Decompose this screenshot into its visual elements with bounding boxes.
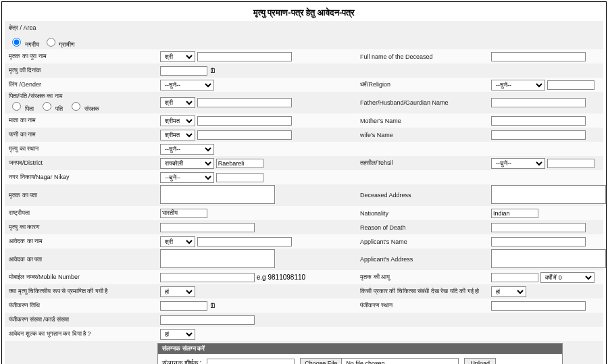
death-date-label: मृत्यु की दिनांक xyxy=(5,67,157,74)
reason-en-label: Reason of Death xyxy=(356,224,488,231)
nikay-label: नगर निकाय/Nagar Nikay xyxy=(5,174,157,181)
guardian-name-en-input[interactable] xyxy=(491,98,586,107)
deceased-addr-en-input[interactable] xyxy=(491,185,606,204)
tehsil-select[interactable]: --चुनें-- xyxy=(491,158,545,169)
medical-care-label: किसी प्रकार की चिकित्सा संबंधी देख रेख य… xyxy=(356,288,488,295)
mobile-label: मोबाईल नम्बर/Mobile Number xyxy=(5,274,157,281)
applicant-prefix-select[interactable]: श्री xyxy=(160,236,195,247)
guardian-radio[interactable]: संरक्षक xyxy=(68,105,99,112)
reason-input[interactable] xyxy=(160,223,255,232)
age-unit-select[interactable]: वर्षों में 0 xyxy=(540,272,594,283)
reason-label: मृत्यु का कारण xyxy=(5,224,157,231)
reg-place-label: पंजीकरण स्थान xyxy=(356,302,488,309)
death-date-input[interactable] xyxy=(160,66,207,76)
fee-paid-select[interactable]: हां xyxy=(160,329,195,340)
medically-certified-label: क्या मृत्यु चिकित्सीय रूप से प्रमाणित की… xyxy=(5,288,157,295)
applicant-name-input[interactable] xyxy=(197,237,292,246)
guardian-en-label: Father/Husband/Gaurdian Name xyxy=(356,99,488,106)
nationality-en-label: Nationality xyxy=(356,210,488,217)
wife-name-en-input[interactable] xyxy=(491,130,586,140)
applicant-name-en-input[interactable] xyxy=(491,237,586,246)
religion-label: धर्म/Religion xyxy=(356,81,488,88)
attachment-title-input[interactable] xyxy=(207,359,295,364)
reg-number-input[interactable] xyxy=(160,315,255,325)
nikay-select[interactable]: --चुनें-- xyxy=(160,172,214,183)
reg-place-input[interactable] xyxy=(491,301,586,311)
guardian-name-input[interactable] xyxy=(197,98,292,107)
applicant-name-label: आवेदक का नाम xyxy=(5,238,157,245)
nikay-en-input[interactable] xyxy=(216,173,263,182)
mother-name-input[interactable] xyxy=(197,116,292,126)
nationality-input[interactable] xyxy=(160,209,207,218)
reg-number-label: पंजीकरण संख्या /कार्ड संख्या xyxy=(5,316,157,323)
area-rural-radio[interactable]: ग्रामीण xyxy=(43,36,75,49)
religion-other-input[interactable] xyxy=(547,80,594,90)
mother-en-label: Mother's Name xyxy=(356,118,488,124)
medical-care-select[interactable]: हां xyxy=(491,286,526,297)
gender-label: लिंग /Gender xyxy=(5,81,157,88)
deceased-addr-label: मृतक का पता xyxy=(5,192,157,199)
mobile-input[interactable] xyxy=(160,273,255,282)
wife-en-label: wife's Name xyxy=(356,132,488,138)
deceased-addr-en-label: Deceased Address xyxy=(356,192,488,199)
applicant-addr-label: आवेदक का पता xyxy=(5,256,157,263)
attachment-title-label: संलग्नक शीर्षक : xyxy=(162,359,201,364)
reg-date-input[interactable] xyxy=(160,301,207,311)
mother-prefix-select[interactable]: श्रीमत xyxy=(160,115,195,126)
mobile-hint: e.g 9811098110 xyxy=(257,274,305,281)
calendar-icon[interactable]: 🗓 xyxy=(209,302,216,309)
death-place-label: मृत्यु का स्थान xyxy=(5,145,157,153)
deceased-name-label: मृतक का पूरा नाम xyxy=(5,53,157,60)
reg-date-label: पंजीकरण तिथि xyxy=(5,302,157,309)
age-input[interactable] xyxy=(491,273,538,282)
deceased-name-input[interactable] xyxy=(197,52,292,61)
tehsil-en-input[interactable] xyxy=(547,159,594,168)
upload-button[interactable]: Upload xyxy=(464,358,496,364)
gender-select[interactable]: --चुनें-- xyxy=(160,80,214,90)
area-label: क्षेत्र / Area xyxy=(5,24,157,32)
mother-name-en-input[interactable] xyxy=(491,116,586,126)
guardian-prefix-select[interactable]: श्री xyxy=(160,97,195,108)
fee-paid-label: आवेदन शुल्क का भुगतान कर दिया है ? xyxy=(5,330,157,338)
husband-radio[interactable]: पति xyxy=(39,105,63,112)
deceased-addr-input[interactable] xyxy=(160,185,275,204)
deceased-name-en-label: Full name of the Deceased xyxy=(356,53,488,60)
page-title: मृत्यु प्रमाण-पत्र हेतु आवेदन-पत्र xyxy=(5,7,603,18)
applicant-addr-en-label: Applicant's Address xyxy=(356,256,488,263)
deceased-name-en-input[interactable] xyxy=(491,52,586,61)
father-radio[interactable]: पिता xyxy=(9,105,34,112)
death-place-select[interactable]: --चुनें-- xyxy=(160,144,214,155)
wife-name-input[interactable] xyxy=(197,130,292,140)
tehsil-label: तहसील/Tehsil xyxy=(356,159,488,167)
nationality-en-input[interactable] xyxy=(491,209,538,218)
choose-file-button[interactable]: Choose File xyxy=(301,359,342,364)
applicant-addr-input[interactable] xyxy=(160,249,275,268)
calendar-icon[interactable]: 🗓 xyxy=(209,67,216,74)
file-input[interactable]: Choose File No file chosen xyxy=(300,358,459,364)
file-status-text: No file chosen xyxy=(342,359,458,364)
reason-en-input[interactable] xyxy=(491,223,586,232)
attachment-header: संलग्नक संलग्न करें xyxy=(158,344,562,354)
medically-certified-select[interactable]: हां xyxy=(160,286,195,297)
area-urban-radio[interactable]: नगरीय xyxy=(9,36,39,49)
wife-prefix-select[interactable]: श्रीमत xyxy=(160,130,195,140)
applicant-addr-en-input[interactable] xyxy=(491,249,606,268)
district-en-input[interactable] xyxy=(216,159,263,168)
deceased-prefix-select[interactable]: श्री xyxy=(160,51,195,62)
wife-label: पत्नी का नाम xyxy=(5,131,157,138)
nationality-label: राष्ट्रीयता xyxy=(5,209,157,217)
age-label: मृतक की आयु xyxy=(356,274,488,281)
district-label: जनपद/District xyxy=(5,159,157,167)
applicant-name-en-label: Applicant's Name xyxy=(356,238,488,245)
religion-select[interactable]: --चुनें-- xyxy=(491,80,545,90)
district-select[interactable]: रायबरेली xyxy=(160,158,214,169)
mother-label: माता का नाम xyxy=(5,117,157,124)
guardian-label: पिता/पति /संरक्षक का नाम पिता पति संरक्ष… xyxy=(5,93,157,113)
